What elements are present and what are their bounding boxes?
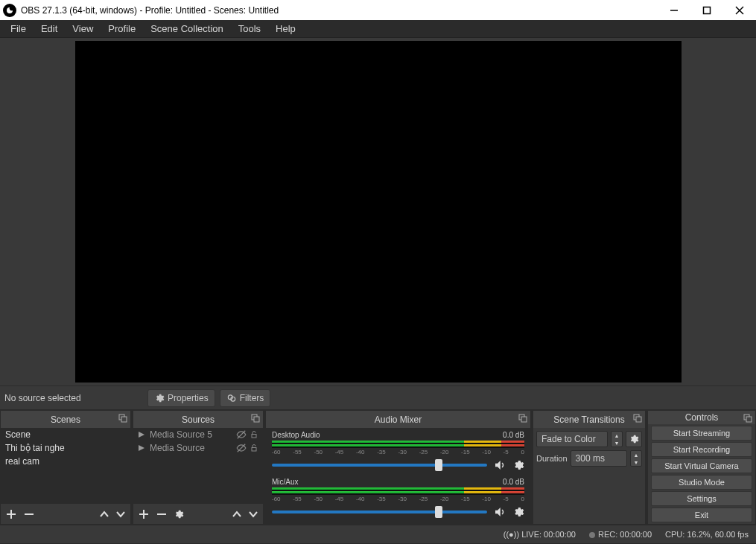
play-icon: [138, 431, 145, 438]
live-status: ((●)) LIVE: 00:00:00: [504, 530, 576, 539]
svg-marker-17: [139, 445, 144, 451]
speaker-icon[interactable]: [493, 458, 506, 472]
scene-item[interactable]: Thi bộ tai nghe: [1, 441, 130, 455]
settings-button[interactable]: Settings: [651, 491, 752, 506]
source-item[interactable]: Media Source 5: [133, 428, 263, 441]
maximize-button[interactable]: [699, 3, 714, 18]
start-virtual-camera-button[interactable]: Start Virtual Camera: [651, 458, 752, 473]
controls-header: Controls: [648, 411, 755, 424]
sources-panel: Sources Media Source 5 Media Source: [133, 410, 264, 525]
start-recording-button[interactable]: Start Recording: [651, 442, 752, 457]
popout-icon[interactable]: [118, 414, 127, 423]
popout-icon[interactable]: [251, 414, 260, 423]
scenes-footer: [1, 503, 130, 524]
exit-button[interactable]: Exit: [651, 508, 752, 522]
channel-name: Desktop Audio: [272, 431, 320, 439]
audio-mixer-panel: Audio Mixer Desktop Audio 0.0 dB -60-55-…: [265, 410, 531, 525]
transitions-header: Scene Transitions: [533, 411, 645, 428]
minimize-button[interactable]: [667, 3, 682, 18]
move-source-down-button[interactable]: [248, 509, 258, 519]
preview-area: [0, 38, 756, 385]
scenes-title: Scenes: [51, 415, 80, 425]
svg-rect-2: [704, 7, 711, 13]
remove-scene-button[interactable]: [23, 508, 35, 520]
audio-channel: Desktop Audio 0.0 dB -60-55-50-45-40-35-…: [272, 431, 524, 472]
menu-help[interactable]: Help: [268, 20, 303, 37]
source-label: Media Source: [150, 443, 205, 453]
scenes-header: Scenes: [1, 411, 130, 428]
source-properties-button[interactable]: [174, 509, 184, 519]
window-title: OBS 27.1.3 (64-bit, windows) - Profile: …: [21, 5, 667, 16]
scenes-list[interactable]: Scene Thi bộ tai nghe real cam: [1, 428, 130, 503]
menu-file[interactable]: File: [3, 20, 34, 37]
scenes-panel: Scenes Scene Thi bộ tai nghe real cam: [0, 410, 131, 525]
transitions-body: Fade to Color ▲▼ Duration 300 ms ▲▼: [533, 428, 645, 470]
menubar: File Edit View Profile Scene Collection …: [0, 20, 756, 38]
channel-settings-button[interactable]: [512, 506, 524, 518]
source-item[interactable]: Media Source: [133, 441, 263, 455]
audio-channel: Mic/Aux 0.0 dB -60-55-50-45-40-35-30-25-…: [272, 478, 524, 519]
filters-button[interactable]: Filters: [220, 389, 271, 407]
slider-thumb[interactable]: [435, 459, 442, 471]
source-toolbar: No source selected Properties Filters: [0, 385, 756, 410]
properties-label: Properties: [168, 393, 209, 403]
source-status-text: No source selected: [4, 393, 143, 403]
controls-title: Controls: [685, 412, 719, 423]
visibility-icon[interactable]: [236, 429, 247, 440]
preview-canvas[interactable]: [75, 41, 682, 383]
popout-icon[interactable]: [743, 414, 752, 423]
speaker-icon[interactable]: [493, 505, 506, 519]
svg-rect-8: [121, 417, 127, 422]
volume-slider[interactable]: [272, 511, 487, 513]
close-button[interactable]: [732, 3, 747, 18]
controls-panel: Controls Start Streaming Start Recording…: [647, 410, 756, 525]
controls-body: Start Streaming Start Recording Start Vi…: [648, 424, 755, 524]
transition-settings-button[interactable]: [626, 431, 642, 447]
svg-rect-13: [254, 417, 259, 422]
lock-icon[interactable]: [250, 430, 258, 439]
menu-edit[interactable]: Edit: [34, 20, 65, 37]
duration-input[interactable]: 300 ms: [571, 450, 627, 467]
add-source-button[interactable]: [138, 508, 150, 520]
move-source-up-button[interactable]: [232, 509, 242, 519]
window-titlebar: OBS 27.1.3 (64-bit, windows) - Profile: …: [0, 0, 756, 20]
properties-button[interactable]: Properties: [147, 389, 215, 407]
slider-thumb[interactable]: [435, 506, 442, 518]
svg-rect-28: [746, 417, 752, 422]
scene-item[interactable]: Scene: [1, 428, 130, 441]
start-streaming-button[interactable]: Start Streaming: [651, 426, 752, 441]
menu-view[interactable]: View: [65, 20, 101, 37]
svg-rect-24: [521, 417, 527, 422]
scene-item[interactable]: real cam: [1, 455, 130, 468]
sources-list[interactable]: Media Source 5 Media Source: [133, 428, 263, 503]
transition-select[interactable]: Fade to Color: [536, 431, 608, 447]
channel-name: Mic/Aux: [272, 478, 299, 486]
audio-mixer-title: Audio Mixer: [375, 415, 422, 425]
popout-icon[interactable]: [518, 414, 527, 423]
cpu-status: CPU: 16.2%, 60.00 fps: [665, 530, 749, 539]
svg-rect-19: [252, 448, 256, 452]
volume-slider[interactable]: [272, 464, 487, 467]
transition-spin[interactable]: ▲▼: [611, 431, 623, 447]
move-scene-up-button[interactable]: [99, 509, 109, 519]
channel-db: 0.0 dB: [503, 431, 524, 439]
popout-icon[interactable]: [633, 414, 642, 423]
menu-tools[interactable]: Tools: [231, 20, 268, 37]
filters-label: Filters: [240, 393, 264, 403]
menu-scene-collection[interactable]: Scene Collection: [143, 20, 231, 37]
add-scene-button[interactable]: [5, 508, 17, 520]
visibility-icon[interactable]: [236, 443, 247, 453]
svg-rect-16: [252, 435, 256, 438]
audio-mixer-header: Audio Mixer: [266, 411, 530, 428]
channel-db: 0.0 dB: [503, 478, 524, 486]
transitions-title: Scene Transitions: [553, 415, 624, 425]
filters-icon: [226, 393, 237, 403]
studio-mode-button[interactable]: Studio Mode: [651, 475, 752, 490]
channel-settings-button[interactable]: [512, 459, 524, 471]
lock-icon[interactable]: [250, 444, 258, 452]
menu-profile[interactable]: Profile: [101, 20, 143, 37]
remove-source-button[interactable]: [156, 508, 168, 520]
svg-marker-14: [139, 432, 144, 438]
duration-spin[interactable]: ▲▼: [630, 450, 642, 467]
move-scene-down-button[interactable]: [115, 509, 126, 519]
